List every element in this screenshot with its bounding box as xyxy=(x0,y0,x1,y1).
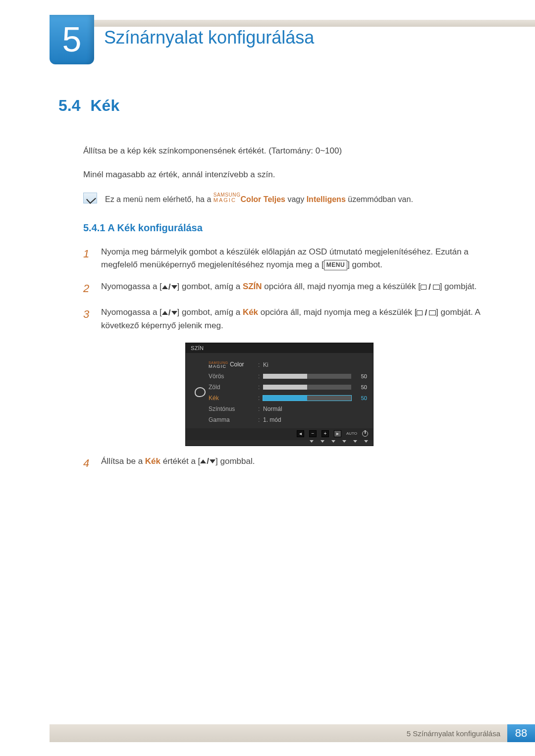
note-pre: Ez a menü nem elérhető, ha a xyxy=(105,195,214,203)
osd-title: SZÍN xyxy=(186,343,373,353)
step-2: 2 Nyomogassa a [/] gombot, amíg a SZÍN o… xyxy=(83,280,500,297)
step3-hl: Kék xyxy=(243,307,258,317)
footer-bar: 5 Színárnyalat konfigurálása 88 xyxy=(50,724,535,742)
osd-back-icon: ◂ xyxy=(297,430,304,437)
source-enter-icon: / xyxy=(421,281,440,294)
step-number: 3 xyxy=(83,306,93,332)
step-1: 1 Nyomja meg bármelyik gombot a készülék… xyxy=(83,246,500,272)
palette-icon xyxy=(192,387,209,397)
osd-zold-bar xyxy=(263,385,351,390)
note-block: Ez a menü nem elérhető, ha a SAMSUNG MAG… xyxy=(83,193,500,205)
step-text: Nyomogassa a [/] gombot, amíg a Kék opci… xyxy=(101,306,500,332)
intro-para-2: Minél magasabb az érték, annál intenzíve… xyxy=(83,168,500,181)
chapter-title: Színárnyalat konfigurálása xyxy=(104,27,314,48)
step-text: Állítsa be a Kék értékét a [/] gombbal. xyxy=(101,455,255,472)
osd-auto-label: AUTO xyxy=(346,431,357,436)
note-hl-1: Teljes xyxy=(264,195,285,203)
step-number: 4 xyxy=(83,455,93,472)
step4-a: Állítsa be a xyxy=(101,456,145,466)
osd-magic-value: Ki xyxy=(263,361,351,368)
osd-kek-val: 50 xyxy=(351,395,367,401)
step2-b: ] gombot, amíg a xyxy=(177,282,243,291)
step4-hl: Kék xyxy=(145,456,160,466)
chapter-number: 5 xyxy=(62,20,82,59)
chapter-badge: 5 xyxy=(50,15,94,64)
footer-label: 5 Színárnyalat konfigurálása xyxy=(407,729,500,738)
step2-hl: SZÍN xyxy=(243,282,262,291)
step3-b: ] gombot, amíg a xyxy=(177,307,243,317)
osd-row-kek: Kék xyxy=(209,395,258,402)
osd-voros-bar xyxy=(263,374,351,379)
step-number: 2 xyxy=(83,280,93,297)
osd-enter-icon: ▸ xyxy=(334,430,341,437)
page-content: 5.4 Kék Állítsa be a kép kék színkompone… xyxy=(58,97,500,481)
step4-b: értékét a [ xyxy=(160,456,200,466)
intro-para-1: Állítsa be a kép kék színkomponensének é… xyxy=(83,145,500,157)
osd-button-row: ◂ − + ▸ AUTO xyxy=(186,428,373,440)
osd-row-szintonus: Színtónus xyxy=(209,405,258,412)
step-number: 1 xyxy=(83,246,93,272)
osd-row-voros: Vörös xyxy=(209,373,258,380)
step1-a: Nyomja meg bármelyik gombot a készülék e… xyxy=(101,247,469,269)
step3-a: Nyomogassa a [ xyxy=(101,307,162,317)
subsection-title: A Kék konfigurálása xyxy=(107,222,203,233)
menu-button-icon: MENU xyxy=(324,260,347,270)
osd-row-zold: Zöld xyxy=(209,384,258,391)
up-down-arrows-icon: / xyxy=(200,455,215,468)
subsection-heading: 5.4.1 A Kék konfigurálása xyxy=(83,222,500,234)
up-down-arrows-icon: / xyxy=(162,281,177,294)
osd-body: SAMSUNGMAGIC Color : Ki Vörös : 50 Zöld … xyxy=(186,353,373,428)
step-text: Nyomogassa a [/] gombot, amíg a SZÍN opc… xyxy=(101,280,477,297)
osd-zold-val: 50 xyxy=(351,384,367,390)
source-enter-icon: / xyxy=(417,306,436,319)
osd-plus-icon: + xyxy=(321,430,329,437)
step1-b: ] gombot. xyxy=(347,260,382,269)
osd-szintonus-val: Normál xyxy=(263,405,351,412)
step2-a: Nyomogassa a [ xyxy=(101,282,162,291)
step-3: 3 Nyomogassa a [/] gombot, amíg a Kék op… xyxy=(83,306,500,332)
magic-bottom: MAGIC xyxy=(214,198,241,203)
osd-screenshot: SZÍN SAMSUNGMAGIC Color : Ki Vörös : 50 … xyxy=(185,343,374,446)
osd-row-gamma: Gamma xyxy=(209,416,258,423)
osd-button-indicator-row xyxy=(186,440,373,446)
note-text: Ez a menü nem elérhető, ha a SAMSUNG MAG… xyxy=(105,193,413,205)
section-title: Kék xyxy=(90,97,119,115)
step2-d: ] gombját. xyxy=(440,282,477,291)
subsection-number: 5.4.1 xyxy=(83,222,105,233)
page-number: 88 xyxy=(507,724,535,742)
step-4: 4 Állítsa be a Kék értékét a [/] gombbal… xyxy=(83,455,500,472)
note-mid: vagy xyxy=(285,195,307,203)
note-post: üzemmódban van. xyxy=(346,195,413,203)
step-text: Nyomja meg bármelyik gombot a készülék e… xyxy=(101,246,500,272)
step3-c: opcióra áll, majd nyomja meg a készülék … xyxy=(258,307,417,317)
header-bar xyxy=(50,20,535,27)
step2-c: opcióra áll, majd nyomja meg a készülék … xyxy=(262,282,421,291)
osd-row-magic-label: SAMSUNGMAGIC Color xyxy=(209,361,258,369)
osd-minus-icon: − xyxy=(309,430,317,437)
samsung-magic-logo: SAMSUNG MAGIC xyxy=(214,193,241,203)
osd-kek-bar xyxy=(263,396,351,401)
section-number: 5.4 xyxy=(58,97,80,115)
osd-gamma-val: 1. mód xyxy=(263,416,351,423)
osd-sep: : xyxy=(258,361,263,368)
osd-power-icon xyxy=(362,431,368,437)
step4-c: ] gombbal. xyxy=(215,456,255,466)
note-color-word: Color xyxy=(241,195,262,203)
note-hl-2: Intelligens xyxy=(307,195,346,203)
up-down-arrows-icon: / xyxy=(162,306,177,319)
note-icon xyxy=(83,193,97,203)
section-heading: 5.4 Kék xyxy=(58,97,500,115)
osd-voros-val: 50 xyxy=(351,373,367,379)
